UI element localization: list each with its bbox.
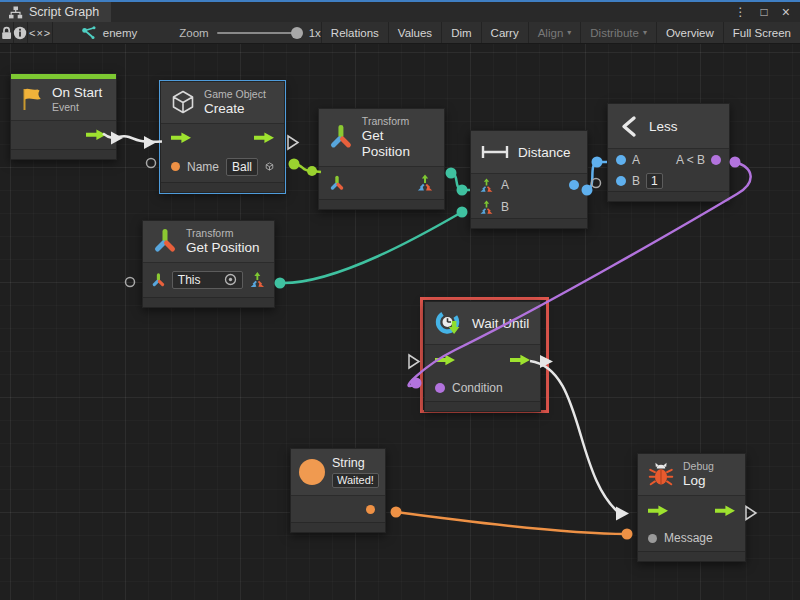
- menu-icon[interactable]: ⋮: [735, 5, 747, 19]
- values-button[interactable]: Values: [388, 22, 441, 43]
- align-dropdown[interactable]: Align▾: [528, 22, 581, 43]
- position-output-port[interactable]: [249, 271, 266, 289]
- wire-distance-to-less-a[interactable]: [587, 162, 607, 190]
- unconnected-input-marker[interactable]: [147, 159, 156, 168]
- carry-button[interactable]: Carry: [481, 22, 528, 43]
- close-icon[interactable]: ×: [782, 4, 790, 20]
- node-debug-log[interactable]: Debug Log Message: [637, 453, 746, 562]
- bug-icon: [647, 460, 675, 488]
- target-value: This: [178, 273, 201, 287]
- flow-output-port[interactable]: [510, 354, 530, 366]
- wire-string-to-debuglog-message[interactable]: [396, 512, 627, 534]
- port-label: A: [632, 153, 640, 167]
- overview-button[interactable]: Overview: [656, 22, 723, 43]
- input-port-a[interactable]: [616, 155, 626, 165]
- unconnected-flow-marker[interactable]: [746, 507, 756, 520]
- node-title: Get Position: [362, 128, 435, 160]
- unconnected-input-marker[interactable]: [592, 179, 601, 188]
- position-output-port[interactable]: [416, 174, 434, 192]
- name-value-field[interactable]: Ball: [226, 158, 258, 176]
- lock-icon: [0, 26, 13, 40]
- input-port-b[interactable]: [616, 176, 626, 186]
- wire-create-to-getposition[interactable]: [294, 164, 321, 172]
- zoom-control: Zoom 1x: [179, 22, 321, 43]
- distribute-dropdown[interactable]: Distribute▾: [580, 22, 656, 43]
- message-input-port[interactable]: [648, 534, 657, 543]
- cube-icon: [170, 89, 196, 115]
- wire-endpoint: [275, 278, 286, 289]
- node-category: Game Object: [204, 88, 266, 101]
- zoom-slider[interactable]: [217, 32, 301, 34]
- distance-output-port[interactable]: [569, 180, 579, 190]
- vector-input-port-a[interactable]: [479, 178, 494, 193]
- node-get-position-a[interactable]: Transform Get Position: [318, 108, 445, 210]
- full-screen-button[interactable]: Full Screen: [723, 22, 800, 43]
- target-value-field[interactable]: This: [172, 271, 243, 289]
- name-input-port[interactable]: [171, 162, 180, 171]
- node-header: Wait Until: [425, 302, 540, 344]
- b-value-field[interactable]: 1: [646, 173, 663, 189]
- tab-script-graph[interactable]: Script Graph: [0, 2, 111, 22]
- node-category: Debug: [683, 460, 714, 473]
- flow-input-port[interactable]: [648, 505, 668, 517]
- relations-button[interactable]: Relations: [321, 22, 388, 43]
- port-label: A: [501, 178, 509, 192]
- value-row: [291, 496, 385, 522]
- flow-output-port[interactable]: [86, 129, 106, 141]
- node-less[interactable]: Less A A < B B 1: [607, 103, 730, 202]
- port-label: Name: [187, 160, 219, 174]
- graph-toolbar: <×> enemy Zoom 1x Relations Values Dim: [0, 22, 800, 44]
- flow-input-port[interactable]: [435, 354, 455, 366]
- node-title: Get Position: [186, 240, 260, 256]
- node-footer: [319, 199, 444, 209]
- maximize-icon[interactable]: □: [761, 5, 768, 19]
- string-output-port[interactable]: [366, 505, 375, 514]
- graph-breadcrumb[interactable]: enemy: [81, 22, 138, 43]
- flow-output-port[interactable]: [254, 132, 274, 144]
- node-string[interactable]: String Waited!: [290, 448, 386, 533]
- value-row: B 1: [608, 170, 729, 191]
- port-label: Message: [664, 531, 713, 545]
- unconnected-flow-marker[interactable]: [288, 136, 298, 149]
- node-title: Log: [683, 473, 714, 489]
- flow-input-port[interactable]: [171, 132, 191, 144]
- node-header: Game Object Create: [161, 82, 284, 123]
- object-picker-icon[interactable]: [224, 273, 237, 286]
- unconnected-input-marker[interactable]: [126, 278, 135, 287]
- dim-button[interactable]: Dim: [441, 22, 480, 43]
- node-get-position-b[interactable]: Transform Get Position This: [142, 220, 275, 308]
- zoom-slider-handle[interactable]: [291, 27, 303, 39]
- condition-input-port[interactable]: [435, 383, 445, 393]
- transform-input-port[interactable]: [329, 175, 345, 191]
- transform-input-port[interactable]: [151, 272, 166, 288]
- node-footer: [471, 218, 587, 228]
- wire-endpoint: [446, 168, 457, 179]
- string-value-field[interactable]: Waited!: [332, 473, 379, 488]
- unconnected-flow-marker[interactable]: [409, 355, 419, 368]
- node-distance[interactable]: Distance A: [470, 130, 588, 229]
- zoom-label: Zoom: [179, 27, 208, 39]
- chevron-down-icon: ▾: [643, 28, 647, 37]
- result-output-port[interactable]: [711, 155, 721, 165]
- game-object-output-port[interactable]: [265, 159, 274, 174]
- wire-endpoint: [391, 507, 402, 518]
- node-footer: [291, 522, 385, 532]
- wire-getpositionb-to-distance-b[interactable]: [280, 212, 462, 283]
- node-create[interactable]: Game Object Create Name Ball: [160, 81, 285, 193]
- value-row: A A < B: [608, 149, 729, 170]
- string-icon: [299, 459, 325, 485]
- wire-endpoint: [730, 157, 741, 168]
- flow-row: [425, 345, 540, 375]
- graph-canvas[interactable]: On Start Event Game Object Create: [0, 44, 800, 600]
- tab-bar: Script Graph ⋮ □ ×: [0, 2, 800, 22]
- lock-button[interactable]: [0, 22, 13, 43]
- vector-input-port-b[interactable]: [479, 200, 494, 215]
- node-wait-until[interactable]: Wait Until Condition: [424, 301, 541, 412]
- node-on-start[interactable]: On Start Event: [10, 73, 117, 160]
- flow-output-port[interactable]: [715, 505, 735, 517]
- wire-getpositiona-to-distance-a[interactable]: [451, 173, 470, 190]
- window-controls: ⋮ □ ×: [735, 2, 800, 22]
- code-view-button[interactable]: <×>: [28, 22, 53, 43]
- info-button[interactable]: [13, 22, 27, 43]
- wire-endpoint: [622, 529, 633, 540]
